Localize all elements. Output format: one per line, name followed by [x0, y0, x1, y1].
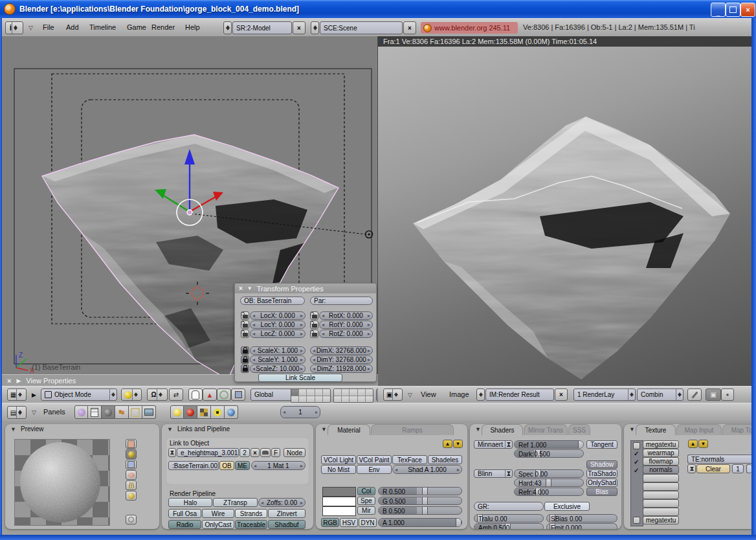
lock-locy-button[interactable]: [241, 321, 249, 329]
shadow-toggle[interactable]: Shadow: [586, 460, 617, 469]
specular-shader-selector[interactable]: Blinn: [474, 469, 513, 478]
menu-game[interactable]: Game: [127, 23, 146, 31]
render-result-view[interactable]: [378, 47, 751, 386]
world-subcontext-button[interactable]: [225, 405, 238, 419]
shadbuf-toggle[interactable]: Shadbuf: [268, 520, 306, 529]
rotx-field[interactable]: RotX: 0.000: [319, 311, 373, 320]
manipulator-toggle-button[interactable]: [188, 388, 203, 401]
mode-selector[interactable]: Object Mode: [41, 388, 117, 401]
texture-slot[interactable]: [643, 499, 679, 508]
minimize-button[interactable]: _: [711, 3, 726, 17]
locz-field[interactable]: LocZ: 0.000: [250, 330, 306, 338]
lamp-subcontext-button[interactable]: [170, 405, 184, 419]
menu-panels[interactable]: Panels: [43, 408, 65, 416]
g-slider[interactable]: G 0.500: [378, 497, 462, 505]
scale-manipulator-button[interactable]: [231, 388, 245, 401]
channel-checkbox[interactable]: [633, 517, 640, 524]
preview-sky-button[interactable]: [126, 491, 137, 501]
scene-selector[interactable]: SCE:Scene: [320, 21, 403, 34]
frame-number-field[interactable]: 1: [280, 406, 320, 418]
layer-cell[interactable]: [342, 389, 349, 396]
spec-slider[interactable]: Spec 0.00: [514, 469, 584, 478]
strands-button[interactable]: Strands: [235, 509, 267, 518]
me-toggle[interactable]: ME: [235, 461, 250, 470]
tab-sss[interactable]: SSS: [568, 424, 590, 435]
unlink-material-button[interactable]: ×: [250, 448, 260, 457]
material-subcontext-button[interactable]: [184, 405, 197, 419]
collapse-icon[interactable]: ▼: [247, 286, 252, 291]
copy-texture-button[interactable]: ▲: [688, 440, 698, 448]
lock-roty-button[interactable]: [310, 321, 318, 329]
collapse-icon[interactable]: ▼: [167, 426, 173, 433]
hsv-toggle[interactable]: HSV: [340, 518, 358, 527]
texture-slot[interactable]: [643, 508, 679, 516]
onlyshadow-toggle[interactable]: OnlyShad: [586, 478, 617, 487]
check-icon[interactable]: ✓: [634, 467, 639, 474]
texface-toggle[interactable]: TexFace: [392, 455, 427, 464]
preview-refresh-button[interactable]: [126, 515, 137, 524]
tab-material[interactable]: Material: [328, 424, 370, 435]
image-preview-button[interactable]: ▣: [706, 388, 721, 401]
node-button[interactable]: Node: [284, 448, 306, 457]
editing-context-button[interactable]: [129, 405, 142, 419]
image-name-field[interactable]: IM:Render Result: [485, 388, 554, 401]
object-name-field[interactable]: OB: BaseTerrain: [240, 297, 305, 305]
record-button[interactable]: ●: [721, 388, 734, 401]
menu-help[interactable]: Help: [185, 23, 200, 31]
image-paint-button[interactable]: [687, 388, 702, 401]
layer-cell[interactable]: [291, 396, 298, 403]
lock-locz-button[interactable]: [241, 330, 249, 338]
check-icon[interactable]: ✓: [634, 458, 639, 466]
rgb-toggle[interactable]: RGB: [321, 518, 339, 527]
link-scale-button[interactable]: Link Scale: [258, 374, 342, 382]
shading-context-button[interactable]: [102, 405, 115, 419]
dimy-field[interactable]: DimY: 32768.000: [310, 355, 373, 364]
screen-selector[interactable]: SR:2-Model: [232, 21, 292, 34]
close-icon[interactable]: ×: [7, 377, 11, 385]
wire-toggle[interactable]: Wire: [202, 509, 234, 518]
layer-cell[interactable]: [350, 396, 357, 403]
layer-cell[interactable]: [334, 389, 341, 396]
fake-user-button[interactable]: F: [271, 448, 280, 457]
tab-mirror-transp[interactable]: Mirror Trans: [524, 424, 568, 435]
hard-slider[interactable]: Hard:43: [514, 478, 584, 487]
dimx-field[interactable]: DimX: 32768.000: [310, 346, 373, 355]
spe-toggle[interactable]: Spe: [357, 497, 375, 505]
rotz-field[interactable]: RotZ: 0.000: [319, 330, 373, 338]
layer-cell[interactable]: [307, 396, 314, 403]
expand-icon[interactable]: ▶: [16, 377, 21, 384]
scaley-field[interactable]: ScaleY: 1.000: [250, 355, 306, 364]
menu-file[interactable]: File: [43, 23, 54, 31]
collapse-icon[interactable]: ▼: [10, 426, 16, 433]
menu-render[interactable]: Render: [151, 23, 175, 31]
layer-cell[interactable]: [358, 396, 365, 403]
scalez-field[interactable]: ScaleZ: 10.000: [250, 365, 306, 373]
layer-cell[interactable]: [299, 389, 306, 396]
close-icon[interactable]: ×: [239, 285, 243, 292]
editor-type-button[interactable]: ▣: [383, 388, 403, 401]
exclusive-toggle[interactable]: Exclusive: [544, 502, 590, 511]
radiosity-subcontext-button[interactable]: [211, 405, 225, 419]
material-browse-stepper[interactable]: [168, 448, 176, 457]
auto-name-button[interactable]: [260, 448, 271, 457]
preview-hair-button[interactable]: [126, 480, 137, 490]
texture-slot[interactable]: wearmap: [643, 449, 679, 457]
refr-slider[interactable]: Refr:4.000: [514, 488, 584, 496]
copy-material-button[interactable]: ▲: [443, 440, 452, 448]
rotate-manipulator-button[interactable]: [217, 388, 231, 401]
texture-browse-stepper[interactable]: [687, 464, 696, 473]
layer-cell[interactable]: [334, 396, 341, 403]
layer-cell[interactable]: [350, 389, 357, 396]
paste-texture-button[interactable]: ▼: [698, 440, 708, 448]
channel-checkbox[interactable]: [633, 442, 640, 449]
lock-scalex-button[interactable]: [241, 346, 249, 355]
collapse-icon[interactable]: ▼: [475, 426, 481, 433]
editor-type-button[interactable]: ▤: [7, 406, 27, 419]
preview-sphere-button[interactable]: [126, 449, 137, 459]
texture-slot[interactable]: [643, 482, 679, 491]
layer-cell[interactable]: [307, 389, 314, 396]
render-pass-selector[interactable]: Combin: [637, 388, 684, 401]
screen-stepper[interactable]: [223, 21, 232, 34]
lock-locx-button[interactable]: [241, 311, 249, 320]
lock-rotx-button[interactable]: [310, 311, 318, 320]
